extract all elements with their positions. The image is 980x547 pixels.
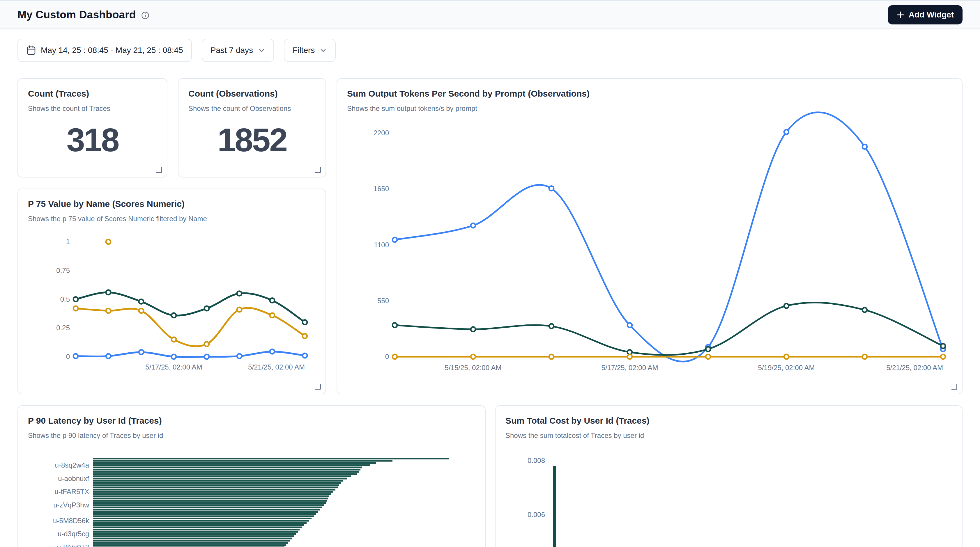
- svg-text:u-8sq2w4a: u-8sq2w4a: [55, 461, 89, 469]
- add-widget-button[interactable]: Add Widget: [888, 5, 963, 24]
- calendar-icon: [26, 45, 36, 55]
- svg-text:0.25: 0.25: [56, 324, 70, 332]
- svg-text:5/17/25, 02:00 AM: 5/17/25, 02:00 AM: [146, 363, 202, 371]
- widget-title: P 90 Latency by User Id (Traces): [28, 416, 475, 426]
- resize-handle[interactable]: [315, 384, 321, 390]
- dashboard-grid-bottom: P 90 Latency by User Id (Traces) Shows t…: [18, 405, 963, 547]
- svg-text:5/17/25, 02:00 AM: 5/17/25, 02:00 AM: [601, 364, 658, 371]
- svg-text:0.5: 0.5: [60, 295, 70, 303]
- svg-text:u-aobnuxf: u-aobnuxf: [58, 474, 89, 482]
- widget-title: Count (Traces): [28, 89, 157, 98]
- svg-text:5/21/25, 02:00 AM: 5/21/25, 02:00 AM: [248, 363, 305, 371]
- svg-text:u-zVqP3hw: u-zVqP3hw: [53, 501, 89, 509]
- widget-subtitle: Shows the sum output tokens/s by prompt: [347, 105, 952, 113]
- info-icon[interactable]: [141, 11, 150, 19]
- svg-text:550: 550: [377, 297, 389, 304]
- svg-text:u-5M8D56k: u-5M8D56k: [53, 517, 89, 525]
- svg-text:u-tFAR5TX: u-tFAR5TX: [54, 488, 89, 496]
- resize-handle[interactable]: [156, 167, 162, 173]
- date-preset-value: Past 7 days: [210, 46, 253, 55]
- svg-text:0.008: 0.008: [528, 457, 545, 465]
- count-observations-value: 1852: [218, 121, 287, 159]
- filter-bar: May 14, 25 : 08:45 - May 21, 25 : 08:45 …: [0, 39, 980, 62]
- add-widget-label: Add Widget: [909, 10, 954, 19]
- widget-total-cost-chart: Sum Total Cost by User Id (Traces) Shows…: [495, 405, 963, 547]
- widget-subtitle: Shows the count of Traces: [28, 105, 157, 113]
- svg-text:5/15/25, 02:00 AM: 5/15/25, 02:00 AM: [445, 364, 502, 371]
- p90-latency-bar-chart: u-8sq2w4au-aobnuxfu-tFAR5TXu-zVqP3hwu-5M…: [28, 454, 476, 547]
- widget-subtitle: Shows the p 90 latency of Traces by user…: [28, 431, 475, 440]
- widget-title: Sum Output Tokens Per Second by Prompt (…: [347, 89, 952, 98]
- dashboard-grid-top: Count (Traces) Shows the count of Traces…: [18, 78, 963, 394]
- date-range-picker[interactable]: May 14, 25 : 08:45 - May 21, 25 : 08:45: [18, 39, 192, 62]
- widget-count-traces: Count (Traces) Shows the count of Traces…: [18, 78, 167, 178]
- widget-output-tokens-chart: Sum Output Tokens Per Second by Prompt (…: [337, 78, 963, 394]
- widget-subtitle: Shows the p 75 value of Scores Numeric f…: [28, 215, 316, 223]
- page-header: My Custom Dashboard Add Widget: [0, 0, 980, 29]
- page-title: My Custom Dashboard: [18, 9, 136, 21]
- chevron-down-icon: [320, 46, 327, 54]
- svg-text:0.75: 0.75: [56, 266, 70, 274]
- svg-text:2200: 2200: [374, 129, 389, 137]
- widget-title: Count (Observations): [188, 89, 316, 98]
- svg-text:u-d3qr5cg: u-d3qr5cg: [58, 530, 89, 538]
- svg-text:5/21/25, 02:00 AM: 5/21/25, 02:00 AM: [886, 364, 943, 371]
- resize-handle[interactable]: [951, 384, 957, 390]
- widget-subtitle: Shows the sum totalcost of Traces by use…: [506, 431, 952, 440]
- total-cost-bar-chart: 0.0080.006: [506, 454, 953, 547]
- date-range-value: May 14, 25 : 08:45 - May 21, 25 : 08:45: [41, 46, 183, 55]
- svg-text:5/19/25, 02:00 AM: 5/19/25, 02:00 AM: [758, 364, 815, 371]
- svg-text:1100: 1100: [374, 241, 389, 249]
- p75-scores-line-chart: 10.750.50.2505/17/25, 02:00 AM5/21/25, 0…: [28, 230, 317, 379]
- widget-count-observations: Count (Observations) Shows the count of …: [178, 78, 326, 178]
- widget-p90-latency-chart: P 90 Latency by User Id (Traces) Shows t…: [18, 405, 486, 547]
- widget-title: P 75 Value by Name (Scores Numeric): [28, 199, 316, 209]
- plus-icon: [896, 11, 905, 19]
- filters-label: Filters: [293, 46, 315, 55]
- date-preset-dropdown[interactable]: Past 7 days: [202, 39, 274, 62]
- svg-text:0: 0: [66, 353, 70, 360]
- svg-text:1: 1: [66, 238, 70, 246]
- chevron-down-icon: [258, 46, 265, 54]
- resize-handle[interactable]: [315, 167, 321, 173]
- widget-subtitle: Shows the count of Observations: [188, 105, 316, 113]
- count-traces-value: 318: [66, 121, 118, 159]
- widget-p75-scores-chart: P 75 Value by Name (Scores Numeric) Show…: [18, 189, 326, 394]
- svg-text:u-8fVa9T3: u-8fVa9T3: [57, 543, 89, 547]
- svg-text:1650: 1650: [374, 185, 389, 193]
- output-tokens-line-chart: 22001650110055005/15/25, 02:00 AM5/17/25…: [347, 122, 953, 378]
- svg-text:0: 0: [385, 353, 389, 360]
- svg-text:0.006: 0.006: [528, 511, 545, 518]
- widget-title: Sum Total Cost by User Id (Traces): [506, 416, 952, 426]
- filters-dropdown[interactable]: Filters: [284, 39, 336, 62]
